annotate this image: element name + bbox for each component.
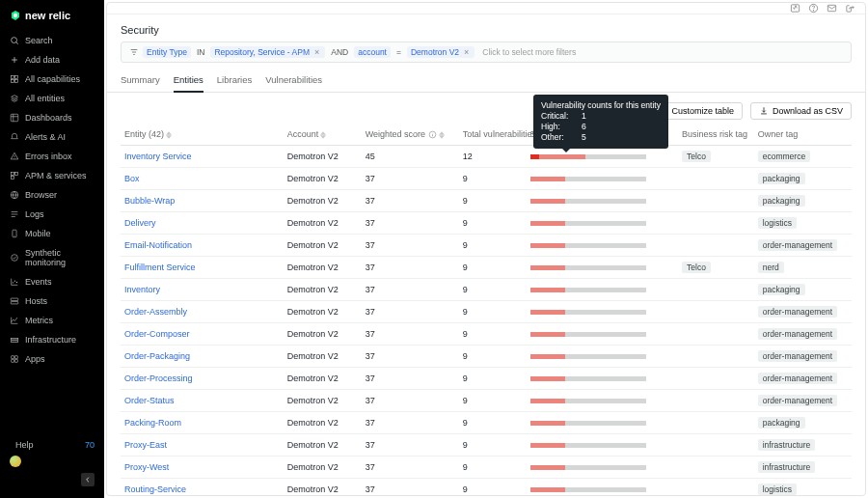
th-owner[interactable]: Owner tag	[754, 124, 852, 146]
entity-link[interactable]: Bubble-Wrap	[124, 196, 175, 206]
cell-total: 9	[459, 190, 527, 212]
owner-tag: order-management	[758, 350, 837, 362]
sidebar: new relic SearchAdd dataAll capabilities…	[0, 0, 104, 498]
cell-score: 37	[362, 323, 459, 346]
filter-placeholder[interactable]: Click to select more filters	[482, 47, 576, 57]
entity-link[interactable]: Inventory	[124, 285, 160, 294]
severity-bar	[530, 177, 646, 181]
feedback-icon[interactable]	[827, 3, 837, 14]
tab-summary[interactable]: Summary	[121, 70, 160, 92]
cell-account: Demotron V2	[284, 146, 362, 168]
remove-filter-1[interactable]: ×	[312, 47, 321, 57]
sidebar-item-add-data[interactable]: Add data	[0, 50, 104, 69]
tooltip-title: Vulnerability counts for this entity	[541, 100, 661, 111]
entity-link[interactable]: Routing-Service	[124, 484, 186, 494]
sidebar-item-events[interactable]: Events	[0, 272, 104, 291]
severity-bar	[530, 354, 646, 359]
brand-logo[interactable]: new relic	[0, 6, 104, 31]
owner-tag: packaging	[758, 284, 805, 295]
entity-link[interactable]: Fulfillment Service	[124, 263, 196, 272]
entity-link[interactable]: Proxy-West	[124, 462, 169, 472]
cell-account: Demotron V2	[284, 390, 362, 412]
page-title: Security	[107, 14, 865, 42]
entity-link[interactable]: Inventory Service	[124, 152, 192, 161]
cell-score: 37	[362, 190, 459, 212]
cell-total: 9	[459, 279, 527, 301]
cell-account: Demotron V2	[284, 323, 362, 346]
entity-link[interactable]: Order-Assembly	[124, 307, 187, 317]
sidebar-item-alerts-ai[interactable]: Alerts & AI	[0, 127, 104, 147]
owner-tag: ecommerce	[758, 151, 810, 162]
sidebar-item-metrics[interactable]: Metrics	[0, 311, 104, 330]
sidebar-item-browser[interactable]: Browser	[0, 185, 104, 205]
customize-table-button[interactable]: Customize table	[663, 102, 743, 120]
nav-icon	[10, 296, 19, 306]
svg-rect-19	[11, 338, 18, 340]
tab-libraries[interactable]: Libraries	[217, 70, 252, 92]
nav-icon	[10, 354, 19, 364]
sidebar-item-infrastructure[interactable]: Infrastructure	[0, 330, 104, 349]
sidebar-item-synthetic-monitoring[interactable]: Synthetic monitoring	[0, 243, 104, 272]
filter-bar[interactable]: Entity Type IN Repository, Service - APM…	[121, 42, 852, 63]
filter-val-2[interactable]: Demotron V2 ×	[407, 46, 475, 58]
sidebar-help[interactable]: ? Help 70	[10, 440, 95, 450]
sidebar-item-search[interactable]: Search	[0, 31, 104, 50]
severity-bar	[530, 243, 646, 248]
cell-score: 45	[362, 146, 459, 168]
cell-account: Demotron V2	[284, 434, 362, 456]
filter-field-1[interactable]: Entity Type	[143, 46, 191, 58]
owner-tag: order-management	[758, 306, 837, 318]
info-icon[interactable]	[428, 130, 437, 139]
filter-field-2[interactable]: account	[354, 46, 391, 58]
entity-link[interactable]: Order-Composer	[124, 329, 190, 339]
cell-total: 9	[459, 390, 527, 412]
cell-score: 37	[362, 279, 459, 301]
tab-vulnerabilities[interactable]: Vulnerabilities	[265, 70, 322, 92]
download-icon	[759, 106, 769, 116]
sidebar-item-errors-inbox[interactable]: Errors inbox	[0, 147, 104, 166]
share-icon[interactable]	[845, 3, 855, 14]
cell-account: Demotron V2	[284, 368, 362, 390]
svg-rect-5	[11, 114, 18, 122]
entity-link[interactable]: Delivery	[124, 218, 156, 228]
table-row: Proxy-WestDemotron V2379infrastructure	[121, 456, 852, 479]
th-entity[interactable]: Entity (42)	[121, 124, 284, 146]
download-csv-button[interactable]: Download as CSV	[750, 102, 852, 120]
th-total[interactable]: Total vulnerabilities	[459, 124, 527, 146]
entity-link[interactable]: Proxy-East	[124, 440, 167, 450]
entity-link[interactable]: Packing-Room	[124, 418, 181, 428]
owner-tag: packaging	[758, 417, 805, 429]
filter-val-1[interactable]: Repository, Service - APM ×	[210, 46, 325, 58]
remove-filter-2[interactable]: ×	[462, 47, 471, 57]
sidebar-item-hosts[interactable]: Hosts	[0, 291, 104, 311]
entity-link[interactable]: Order-Status	[124, 396, 175, 405]
collapse-sidebar-button[interactable]	[81, 473, 95, 486]
svg-point-0	[12, 38, 17, 43]
th-score[interactable]: Weighted score	[362, 124, 459, 146]
entity-link[interactable]: Order-Packaging	[124, 351, 190, 361]
sidebar-item-all-entities[interactable]: All entities	[0, 89, 104, 108]
sidebar-item-all-capabilities[interactable]: All capabilities	[0, 69, 104, 89]
sidebar-item-apm-services[interactable]: APM & services	[0, 166, 104, 185]
entity-link[interactable]: Order-Processing	[124, 374, 193, 383]
table-row: InventoryDemotron V2379packaging	[121, 279, 852, 301]
th-risk[interactable]: Business risk tag	[678, 124, 754, 146]
th-account[interactable]: Account	[284, 124, 362, 146]
entity-link[interactable]: Email-Notification	[124, 240, 192, 250]
nav-icon	[10, 171, 19, 180]
nav: SearchAdd dataAll capabilitiesAll entiti…	[0, 31, 104, 434]
cell-account: Demotron V2	[284, 190, 362, 212]
risk-tag: Telco	[682, 262, 711, 273]
owner-tag: packaging	[758, 173, 805, 184]
entity-link[interactable]: Box	[124, 174, 140, 183]
tab-entities[interactable]: Entities	[174, 70, 203, 93]
cell-score: 37	[362, 390, 459, 412]
sidebar-item-dashboards[interactable]: Dashboards	[0, 108, 104, 127]
sidebar-item-mobile[interactable]: Mobile	[0, 224, 104, 243]
sidebar-item-apps[interactable]: Apps	[0, 349, 104, 369]
avatar[interactable]	[10, 456, 21, 467]
sidebar-item-logs[interactable]: Logs	[0, 205, 104, 224]
help-label: Help	[15, 440, 34, 450]
query-icon[interactable]	[790, 3, 800, 14]
help-icon[interactable]	[808, 3, 819, 14]
